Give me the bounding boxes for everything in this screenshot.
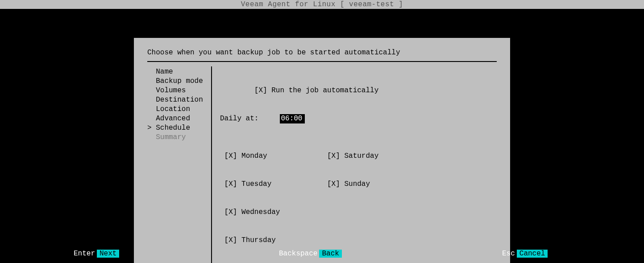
schedule-dialog: Choose when you want backup job to be st… bbox=[134, 38, 510, 263]
day-tuesday-label: Tuesday bbox=[241, 180, 271, 188]
enter-key-label: Enter bbox=[74, 250, 95, 258]
dialog-body: Name Backup mode Volumes Destination Loc… bbox=[147, 66, 497, 263]
day-thursday-checkbox[interactable]: [X] bbox=[224, 236, 237, 244]
sidebar-item-location[interactable]: Location bbox=[147, 105, 208, 114]
cancel-action[interactable]: Cancel bbox=[517, 250, 548, 258]
sidebar-item-name[interactable]: Name bbox=[147, 67, 208, 77]
day-saturday-label: Saturday bbox=[344, 152, 378, 160]
sidebar-item-backup-mode[interactable]: Backup mode bbox=[147, 77, 208, 86]
shortcut-bar: EnterNext BackspaceBack EscCancel bbox=[0, 250, 644, 259]
day-sunday-checkbox[interactable]: [X] bbox=[327, 180, 340, 188]
sidebar-item-destination[interactable]: Destination bbox=[147, 95, 208, 105]
sidebar-item-schedule[interactable]: Schedule bbox=[147, 123, 208, 133]
daily-at-label: Daily at: bbox=[220, 115, 258, 123]
esc-key-label: Esc bbox=[502, 250, 515, 258]
day-thursday-label: Thursday bbox=[241, 236, 276, 244]
day-wednesday-checkbox[interactable]: [X] bbox=[224, 208, 237, 216]
back-action[interactable]: Back bbox=[319, 250, 341, 258]
wizard-sidebar: Name Backup mode Volumes Destination Loc… bbox=[147, 66, 212, 263]
window-titlebar: Veeam Agent for Linux [ veeam-test ] bbox=[0, 0, 644, 9]
day-monday-label: Monday bbox=[241, 152, 267, 160]
backspace-key-label: Backspace bbox=[279, 250, 317, 258]
day-wednesday-label: Wednesday bbox=[241, 208, 280, 216]
dialog-content: [X] Run the job automatically Daily at: … bbox=[212, 66, 497, 263]
day-saturday-checkbox[interactable]: [X] bbox=[327, 152, 340, 160]
enter-action[interactable]: Next bbox=[97, 250, 119, 258]
sidebar-item-advanced[interactable]: Advanced bbox=[147, 114, 208, 123]
sidebar-item-volumes[interactable]: Volumes bbox=[147, 86, 208, 95]
day-sunday-label: Sunday bbox=[344, 180, 370, 188]
run-auto-checkbox[interactable]: [X] bbox=[254, 86, 267, 95]
dialog-header: Choose when you want backup job to be st… bbox=[147, 49, 497, 62]
daily-time-input[interactable]: 06:00 bbox=[280, 114, 305, 123]
run-auto-label: Run the job automatically bbox=[271, 86, 378, 95]
day-monday-checkbox[interactable]: [X] bbox=[224, 152, 237, 160]
day-tuesday-checkbox[interactable]: [X] bbox=[224, 180, 237, 188]
sidebar-item-summary: Summary bbox=[147, 133, 208, 142]
